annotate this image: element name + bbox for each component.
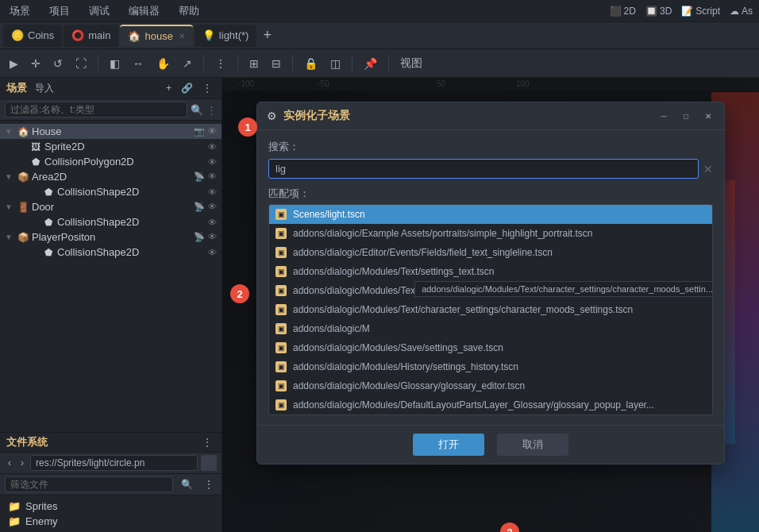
- result-icon-10: ▣: [275, 399, 287, 411]
- tab-main[interactable]: ⭕ main: [64, 25, 118, 47]
- menu-scene[interactable]: 场景: [6, 2, 33, 20]
- tool-select[interactable]: ▶: [5, 55, 23, 72]
- tool-pin[interactable]: 📌: [359, 55, 382, 72]
- result-item-7[interactable]: ▣ addons/dialogic/Modules/Save/settings_…: [269, 338, 712, 357]
- tool-snap[interactable]: ◧: [105, 55, 125, 72]
- import-btn[interactable]: 导入: [32, 82, 57, 95]
- result-item-3[interactable]: ▣ addons/dialogic/Modules/Text/settings_…: [269, 262, 712, 281]
- tree-item-area2d[interactable]: ▼ 📦 Area2D 📡 👁: [0, 169, 222, 184]
- tool-group[interactable]: ◫: [326, 55, 345, 72]
- filter-more-icon[interactable]: ⋮: [206, 104, 217, 116]
- menu-help[interactable]: 帮助: [175, 2, 202, 20]
- tab-light[interactable]: 💡 light(*): [195, 25, 257, 47]
- modal-maximize-btn[interactable]: □: [680, 110, 692, 122]
- fs-filter-more[interactable]: ⋮: [201, 478, 217, 491]
- tree-item-collision-poly[interactable]: ⬟ CollisionPolygon2D 👁: [13, 154, 222, 169]
- modal-results-list: ▣ Scenes/light.tscn ▣ addons/dialogic/Ex…: [268, 204, 713, 415]
- toolbar-sep-6: [388, 56, 389, 71]
- tree-item-collision-shape-area[interactable]: ⬟ CollisionShape2D 👁: [25, 184, 222, 199]
- folder-sprites-icon: 📁: [8, 500, 21, 512]
- tree-item-collision-shape-player[interactable]: ⬟ CollisionShape2D 👁: [25, 245, 222, 260]
- modal-cancel-btn[interactable]: 取消: [497, 434, 568, 456]
- scene-filter-input[interactable]: [5, 102, 187, 118]
- collision-poly-right-icons: 👁: [208, 157, 217, 167]
- modal-minimize-btn[interactable]: ─: [657, 110, 670, 122]
- file-system-panel: 文件系统 ⋮ ‹ › 🔍 ⋮ 📁 Sprites: [0, 432, 222, 532]
- result-icon-0: ▣: [275, 209, 287, 220]
- panel-add-btn[interactable]: +: [163, 82, 175, 94]
- result-item-4[interactable]: ▣ addons/dialogic/Modules/Text/character…: [269, 281, 712, 300]
- modal-open-btn[interactable]: 打开: [413, 434, 484, 456]
- tree-item-collision-shape-door[interactable]: ⬟ CollisionShape2D 👁: [25, 214, 222, 229]
- fs-back-btn[interactable]: ‹: [5, 457, 14, 469]
- fs-item-enemy[interactable]: 📁 Enemy: [0, 514, 222, 529]
- result-item-2[interactable]: ▣ addons/dialogic/Editor/Events/Fields/f…: [269, 243, 712, 262]
- tree-arrow-playerpos: ▼: [5, 233, 14, 241]
- tool-arrow[interactable]: ↗: [178, 55, 197, 72]
- fs-more-btn[interactable]: ⋮: [199, 436, 215, 449]
- tool-grid[interactable]: ⊞: [245, 55, 264, 72]
- file-filter-input[interactable]: [5, 476, 173, 492]
- tool-scale[interactable]: ⛶: [71, 55, 91, 72]
- modal-search-input[interactable]: [268, 159, 699, 179]
- result-item-1[interactable]: ▣ addons/dialogic/Example Assets/portrai…: [269, 224, 712, 243]
- menu-debug[interactable]: 调试: [86, 2, 113, 20]
- toolbar-sep-2: [203, 56, 204, 71]
- cs-player-icon: ⬟: [42, 247, 55, 258]
- tree-item-door[interactable]: ▼ 🚪 Door 📡 👁: [0, 199, 222, 214]
- toolbar: ▶ ✛ ↺ ⛶ ◧ ↔ ✋ ↗ ⋮ ⊞ ⊟ 🔒 ◫ 📌 视图: [0, 49, 759, 78]
- fs-item-sprites[interactable]: 📁 Sprites: [0, 499, 222, 514]
- tool-lock[interactable]: 🔒: [299, 55, 322, 72]
- result-item-8[interactable]: ▣ addons/dialogic/Modules/History/settin…: [269, 357, 712, 376]
- result-item-6[interactable]: ▣ addons/dialogic/M: [269, 319, 712, 338]
- result-item-0[interactable]: ▣ Scenes/light.tscn: [269, 205, 712, 224]
- tool-move[interactable]: ✛: [26, 55, 45, 72]
- cs-area-icon: ⬟: [42, 187, 55, 198]
- file-system-tools: ⋮: [199, 436, 215, 449]
- tree-item-sprite2d[interactable]: 🖼 Sprite2D 👁: [13, 139, 222, 154]
- panel-more-btn[interactable]: ⋮: [199, 82, 215, 94]
- door-icon: 🚪: [17, 202, 29, 213]
- file-system-path[interactable]: [30, 455, 198, 471]
- tool-script[interactable]: 📝 Script: [681, 6, 720, 17]
- folder-sprites-label: Sprites: [25, 500, 57, 512]
- tool-view[interactable]: 视图: [395, 54, 427, 73]
- result-item-5[interactable]: ▣ addons/dialogic/Modules/Text/character…: [269, 300, 712, 319]
- tool-guides[interactable]: ⊟: [267, 55, 286, 72]
- result-icon-8: ▣: [275, 361, 287, 372]
- tree-item-playerpos[interactable]: ▼ 📦 PlayerPositon 📡 👁: [0, 229, 222, 245]
- collision-poly-eye-icon: 👁: [208, 157, 217, 167]
- tree-item-house[interactable]: ▼ 🏠 House 📷 👁: [0, 124, 222, 139]
- result-item-9[interactable]: ▣ addons/dialogic/Modules/Glossary/gloss…: [269, 376, 712, 395]
- tool-2d[interactable]: ⬛ 2D: [610, 6, 636, 17]
- result-label-4: addons/dialogic/Modules/Text/character_s…: [293, 285, 645, 296]
- fs-forward-btn[interactable]: ›: [17, 457, 27, 469]
- right-viewport: -100 -50 50 100 ⚙ 实例化子场景 ─ □ ✕: [222, 78, 759, 532]
- tab-house[interactable]: 🏠 house ✕: [120, 25, 192, 47]
- tab-bar: 🪙 Coins ⭕ main 🏠 house ✕ 💡 light(*) +: [0, 22, 759, 49]
- menu-editor[interactable]: 编辑器: [125, 2, 163, 20]
- filter-search-icon: 🔍: [191, 104, 203, 116]
- result-label-0: Scenes/light.tscn: [293, 209, 365, 220]
- tool-assetlib[interactable]: ☁ As: [730, 6, 753, 17]
- tree-label-area2d: Area2D: [32, 171, 191, 183]
- tool-hand[interactable]: ✋: [152, 55, 175, 72]
- tool-more1[interactable]: ⋮: [210, 55, 231, 72]
- tree-label-door: Door: [32, 201, 191, 213]
- modal-close-btn[interactable]: ✕: [702, 110, 715, 122]
- tab-add-button[interactable]: +: [258, 27, 276, 44]
- tab-light-icon: 💡: [202, 29, 215, 41]
- cs-player-right-icons: 👁: [208, 248, 217, 257]
- result-icon-4: ▣: [275, 285, 287, 296]
- tool-3d[interactable]: 🔲 3D: [645, 6, 672, 17]
- tab-house-close[interactable]: ✕: [179, 32, 185, 40]
- menu-project[interactable]: 项目: [46, 2, 73, 20]
- panel-link-btn[interactable]: 🔗: [178, 82, 196, 94]
- modal-search-clear[interactable]: ✕: [703, 163, 713, 175]
- result-item-10[interactable]: ▣ addons/dialogic/Modules/DefaultLayoutP…: [269, 395, 712, 414]
- tool-rotate[interactable]: ↺: [48, 55, 67, 72]
- tab-coins[interactable]: 🪙 Coins: [3, 25, 62, 47]
- modal-search-row: ✕: [268, 159, 713, 179]
- tool-pan[interactable]: ↔: [128, 55, 148, 72]
- result-label-9: addons/dialogic/Modules/Glossary/glossar…: [293, 380, 525, 391]
